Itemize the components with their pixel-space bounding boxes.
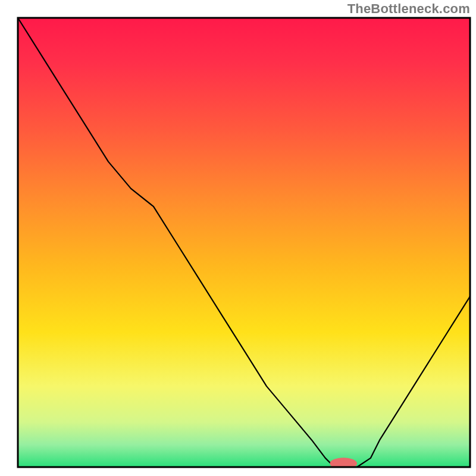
watermark-text: TheBottleneck.com: [347, 1, 470, 17]
chart-container: TheBottleneck.com: [0, 0, 476, 476]
plot-background: [18, 18, 470, 467]
bottleneck-chart: [0, 0, 476, 476]
